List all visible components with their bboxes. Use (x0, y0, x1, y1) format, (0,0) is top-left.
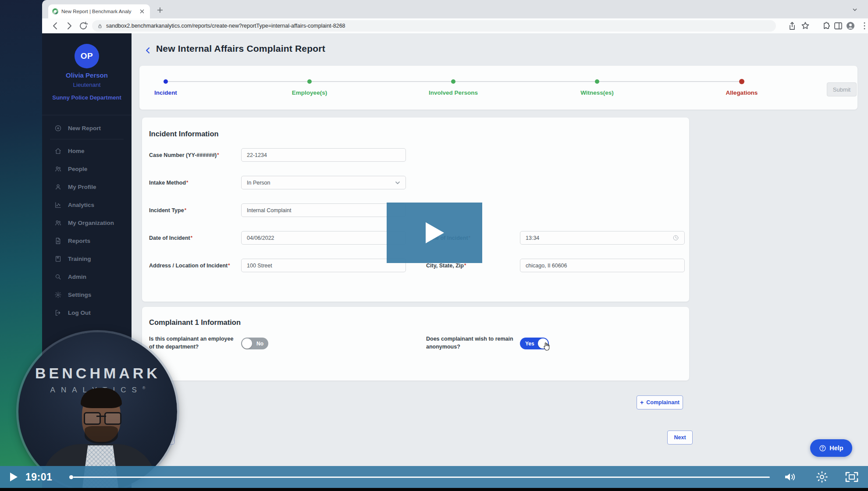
extensions-puzzle-icon[interactable] (821, 21, 831, 31)
step-dot-incident[interactable] (164, 79, 168, 84)
site-favicon-icon (52, 8, 58, 14)
step-label-employees[interactable]: Employee(s) (292, 89, 327, 96)
sidebar-item-my-organization[interactable]: My Organization (42, 214, 132, 231)
section-title: Incident Information (149, 130, 219, 138)
sidebar-item-settings[interactable]: Settings (42, 286, 132, 303)
help-button[interactable]: Help (810, 439, 852, 457)
clock-icon (672, 235, 679, 241)
side-panel-icon[interactable] (833, 21, 843, 31)
player-settings-gear-icon[interactable] (816, 471, 828, 483)
progress-track[interactable] (73, 477, 770, 478)
training-icon (54, 255, 62, 263)
step-label-witnesses[interactable]: Witness(es) (580, 89, 614, 96)
back-icon[interactable] (50, 21, 60, 31)
address-input[interactable]: 100 Street (241, 259, 406, 272)
player-play-icon[interactable] (10, 472, 18, 482)
glasses-bridge (96, 416, 106, 417)
sidebar-item-admin[interactable]: Admin (42, 268, 132, 285)
incident-type-input[interactable]: Internal Complaint (241, 203, 406, 217)
share-icon[interactable] (787, 21, 797, 31)
new-tab-icon[interactable] (157, 7, 163, 13)
tab-search-chevron-icon[interactable] (852, 7, 857, 12)
back-chevron-icon[interactable] (144, 46, 153, 55)
plus-icon: + (640, 399, 644, 406)
bookmark-star-icon[interactable] (800, 21, 811, 31)
sidebar-item-my-profile[interactable]: My Profile (42, 178, 132, 196)
user-name: Olivia Person (42, 71, 132, 79)
next-button[interactable]: Next (667, 431, 693, 445)
step-label-involved-persons[interactable]: Involved Persons (429, 89, 478, 96)
home-icon (54, 147, 62, 155)
video-frame-bottom-edge (0, 488, 868, 491)
complainant-card: Complainant 1 Information Is this compla… (142, 307, 689, 381)
incident-type-label: Incident Type* (149, 207, 186, 213)
sidebar-item-analytics[interactable]: Analytics (42, 196, 132, 213)
user-avatar[interactable]: OP (75, 44, 99, 68)
browser-tab-bar: New Report | Benchmark Analy (42, 0, 868, 18)
sidebar-divider (50, 139, 124, 139)
forward-icon[interactable] (64, 21, 75, 31)
intake-method-select[interactable]: In Person (241, 176, 406, 189)
analytics-chart-icon (54, 201, 62, 209)
add-complainant-button[interactable]: + Complainant (637, 395, 683, 409)
city-state-zip-label: City, State, Zip* (426, 263, 466, 269)
sidebar-item-people[interactable]: People (42, 160, 132, 178)
section-title: Complainant 1 Information (149, 318, 241, 327)
stepper-card: Incident Employee(s) Involved Persons Wi… (139, 66, 857, 110)
sidebar-item-home[interactable]: Home (42, 142, 132, 160)
step-dot-witnesses[interactable] (595, 79, 599, 84)
glasses-right-lens (104, 412, 121, 425)
playhead-handle[interactable] (69, 475, 73, 479)
step-dot-employees[interactable] (307, 79, 312, 84)
intake-method-label: Intake Method* (149, 180, 188, 186)
magnifier-icon (54, 273, 62, 281)
tab-title: New Report | Benchmark Analy (61, 9, 137, 14)
logout-icon (54, 309, 62, 317)
play-icon (423, 221, 446, 245)
case-number-label: Case Number (YY-######)* (149, 152, 219, 158)
user-role: Lieutenant (42, 82, 132, 88)
fullscreen-icon[interactable] (845, 472, 858, 482)
submit-button[interactable]: Submit (827, 82, 857, 96)
benchmark-wordmark: BENCHMARK (18, 365, 177, 382)
question-circle-icon (819, 445, 826, 452)
time-of-incident-input[interactable]: 13:34 (520, 231, 685, 245)
step-dot-involved-persons[interactable] (451, 79, 455, 84)
tab-close-icon[interactable] (140, 9, 144, 14)
step-label-incident[interactable]: Incident (154, 89, 177, 96)
plus-circle-icon (54, 125, 62, 132)
sidebar-item-training[interactable]: Training (42, 250, 132, 267)
page-title: New Internal Affairs Complaint Report (156, 43, 325, 54)
browser-tab[interactable]: New Report | Benchmark Analy (48, 4, 150, 18)
chevron-down-icon (395, 180, 400, 185)
date-of-incident-input[interactable]: 04/06/2022 (241, 231, 406, 245)
city-state-zip-input[interactable]: chicago, Il 60606 (520, 259, 685, 272)
document-icon (54, 237, 62, 245)
employee-toggle[interactable]: No (241, 338, 268, 349)
employee-question: Is this complainant an employee of the d… (149, 335, 235, 351)
url-text: sandbox2.benchmarkanalytics.com/reports/… (106, 23, 345, 29)
toggle-knob (242, 338, 252, 349)
date-of-incident-label: Date of Incident* (149, 235, 192, 241)
address-bar[interactable]: sandbox2.benchmarkanalytics.com/reports/… (92, 20, 776, 32)
address-label: Address / Location of Incident* (149, 263, 230, 269)
profile-avatar-icon[interactable] (845, 21, 856, 31)
user-organization: Sunny Police Department (42, 94, 132, 101)
browser-menu-kebab-icon[interactable] (859, 21, 868, 31)
person-icon (54, 183, 62, 191)
volume-icon[interactable] (784, 471, 797, 483)
sidebar-item-reports[interactable]: Reports (42, 232, 132, 249)
presenter-beard (85, 426, 118, 444)
glasses-left-lens (84, 412, 101, 425)
sidebar-item-new-report[interactable]: New Report (42, 119, 132, 137)
lock-icon (97, 23, 103, 29)
gear-icon (54, 291, 62, 299)
step-dot-allegations[interactable] (739, 79, 744, 84)
video-play-overlay[interactable] (387, 203, 482, 263)
sidebar-item-log-out[interactable]: Log Out (42, 304, 132, 321)
case-number-input[interactable]: 22-1234 (241, 148, 406, 162)
anonymous-question: Does complainant wish to remain anonymou… (426, 335, 529, 351)
sidebar-divider (42, 115, 132, 115)
step-label-allegations[interactable]: Allegations (726, 89, 758, 96)
refresh-icon[interactable] (78, 21, 89, 31)
